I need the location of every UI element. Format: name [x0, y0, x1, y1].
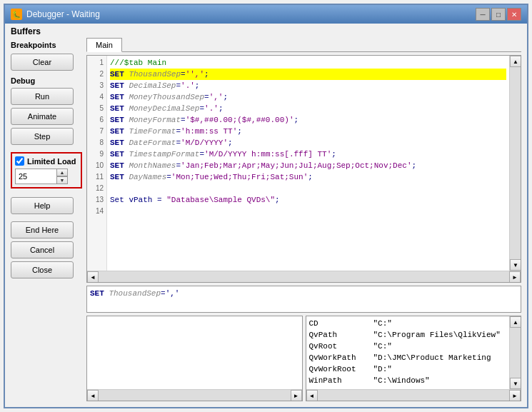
var-line-qvworkpath: QvWorkPath"D:\JMC\Product Marketing [309, 352, 507, 363]
bottom-right-scroll-h-track [318, 390, 510, 401]
limited-load-label: Limited Load [27, 157, 76, 166]
bottom-right-scroll-up[interactable]: ▲ [510, 316, 521, 328]
animate-button[interactable]: Animate [11, 108, 74, 125]
window-icon: 🐛 [11, 9, 22, 20]
scroll-down-button[interactable]: ▼ [510, 259, 521, 271]
code-line-12 [110, 183, 506, 194]
scroll-right-button[interactable]: ► [509, 271, 521, 283]
help-button[interactable]: Help [11, 197, 74, 214]
end-here-button[interactable]: End Here [11, 221, 74, 238]
code-area: 1 2 3 4 5 6 7 8 9 10 11 12 13 [86, 55, 521, 283]
scroll-up-button[interactable]: ▲ [510, 56, 521, 67]
code-line-8: SET DateFormat='M/D/YYYY'; [110, 137, 506, 149]
code-scrollbar-h: ◄ ► [87, 271, 521, 282]
code-lines: ///$tab Main SET ThousandSep='','; SET D… [107, 56, 509, 271]
window-title: Debugger - Waiting [26, 9, 100, 19]
bottom-left-scrollbar-h: ◄ ► [87, 389, 302, 401]
title-bar: 🐛 Debugger - Waiting ─ □ ✕ [5, 5, 527, 24]
code-line-5: SET MoneyDecimalSep='.'; [110, 103, 506, 114]
code-line-3: SET DecimalSep='.'; [110, 80, 506, 91]
bottom-right-panel: CD"C:" QvPath"C:\Program Files\QlikView"… [306, 316, 522, 401]
code-line-14 [110, 206, 506, 217]
expression-text: SET ThousandSep=',' [90, 288, 518, 299]
right-panel: Main 1 2 3 4 5 6 7 8 9 [86, 38, 521, 401]
close-button[interactable]: Close [11, 261, 74, 278]
tab-main[interactable]: Main [86, 38, 122, 52]
close-window-button[interactable]: ✕ [507, 8, 521, 21]
line-num-6: 6 [87, 114, 106, 126]
title-bar-left: 🐛 Debugger - Waiting [11, 9, 100, 20]
cancel-button[interactable]: Cancel [11, 241, 74, 258]
code-line-11: SET DayNames='Mon;Tue;Wed;Thu;Fri;Sat;Su… [110, 171, 506, 183]
scroll-h-track [99, 271, 509, 282]
expression-area: SET ThousandSep=',' [86, 286, 521, 313]
bottom-left-scroll-left[interactable]: ◄ [87, 390, 99, 401]
spinner-control: ▲ ▼ [15, 169, 78, 184]
code-line-13: Set vPath = "Database\Sample QVDs\"; [110, 194, 506, 206]
line-num-10: 10 [87, 160, 106, 171]
line-num-2: 2 [87, 69, 106, 80]
spinner-down-button[interactable]: ▼ [56, 176, 68, 184]
clear-button[interactable]: Clear [11, 54, 74, 71]
bottom-right-scrollbar-v[interactable]: ▲ ▼ [509, 316, 521, 389]
line-num-9: 9 [87, 149, 106, 160]
line-num-7: 7 [87, 126, 106, 137]
limited-load-checkbox-row: Limited Load [15, 156, 78, 166]
buffers-label: Buffers [5, 24, 527, 38]
line-num-12: 12 [87, 183, 106, 194]
code-scrollbar-v[interactable]: ▲ ▼ [509, 56, 521, 271]
scroll-left-button[interactable]: ◄ [87, 271, 99, 283]
maximize-button[interactable]: □ [491, 8, 506, 21]
line-num-4: 4 [87, 91, 106, 103]
bottom-right-scroll-left[interactable]: ◄ [306, 390, 318, 401]
line-num-13: 13 [87, 194, 106, 206]
bottom-right-scroll-track [510, 328, 521, 378]
var-line-qvpath: QvPath"C:\Program Files\QlikView" [309, 329, 507, 341]
window-body: Buffers Breakpoints Clear Debug Run Anim… [5, 24, 527, 407]
line-num-14: 14 [87, 206, 106, 217]
var-line-cd: CD"C:" [309, 318, 507, 329]
main-window: 🐛 Debugger - Waiting ─ □ ✕ Buffers Break… [4, 4, 528, 408]
main-content: Breakpoints Clear Debug Run Animate Step… [5, 38, 527, 407]
bottom-right-scrollbar-h: ◄ ► [306, 389, 521, 401]
line-num-1: 1 [87, 57, 106, 69]
code-line-10: SET MonthNames='Jan;Feb;Mar;Apr;May;Jun;… [110, 160, 506, 171]
code-line-1: ///$tab Main [110, 57, 506, 69]
bottom-left-scroll-track [99, 390, 291, 401]
line-num-8: 8 [87, 137, 106, 149]
line-numbers: 1 2 3 4 5 6 7 8 9 10 11 12 13 [87, 56, 107, 271]
step-button[interactable]: Step [11, 128, 74, 145]
line-num-3: 3 [87, 80, 106, 91]
code-line-9: SET TimestampFormat='M/D/YYYY h:mm:ss[.f… [110, 149, 506, 160]
bottom-right-scroll-right[interactable]: ► [509, 390, 521, 401]
bottom-left-content [87, 316, 302, 389]
title-controls: ─ □ ✕ [476, 8, 521, 21]
minimize-button[interactable]: ─ [476, 8, 490, 21]
code-line-2: SET ThousandSep='','; [110, 69, 506, 80]
tab-bar: Main [86, 38, 521, 52]
bottom-left-panel: ◄ ► [86, 316, 303, 401]
run-button[interactable]: Run [11, 88, 74, 105]
breakpoints-label: Breakpoints [11, 41, 82, 49]
limited-load-checkbox[interactable] [15, 156, 24, 166]
scroll-track [510, 67, 521, 259]
bottom-right-scroll-down[interactable]: ▼ [510, 378, 521, 389]
var-line-winpath: WinPath"C:\Windows" [309, 375, 507, 386]
bottom-right-inner: CD"C:" QvPath"C:\Program Files\QlikView"… [306, 316, 521, 389]
bottom-panels: ◄ ► CD"C:" QvPath"C:\Program Files\QlikV… [86, 316, 521, 401]
bottom-left-scroll-right[interactable]: ► [291, 390, 302, 401]
spinner-buttons: ▲ ▼ [56, 169, 68, 184]
bottom-right-code: CD"C:" QvPath"C:\Program Files\QlikView"… [306, 316, 510, 389]
line-num-5: 5 [87, 103, 106, 114]
spinner-up-button[interactable]: ▲ [56, 169, 68, 176]
left-panel: Breakpoints Clear Debug Run Animate Step… [11, 38, 82, 401]
line-num-11: 11 [87, 171, 106, 183]
code-content: 1 2 3 4 5 6 7 8 9 10 11 12 13 [87, 56, 521, 271]
var-line-qvroot: QvRoot"C:" [309, 341, 507, 352]
limited-load-section: Limited Load ▲ ▼ [11, 152, 82, 189]
spinner-input[interactable] [15, 169, 56, 184]
code-line-4: SET MoneyThousandSep=','; [110, 91, 506, 103]
code-line-7: SET TimeFormat='h:mm:ss TT'; [110, 126, 506, 137]
debug-label: Debug [11, 76, 82, 85]
code-line-6: SET MoneyFormat='$#,##0.00;($#,##0.00)'; [110, 114, 506, 126]
